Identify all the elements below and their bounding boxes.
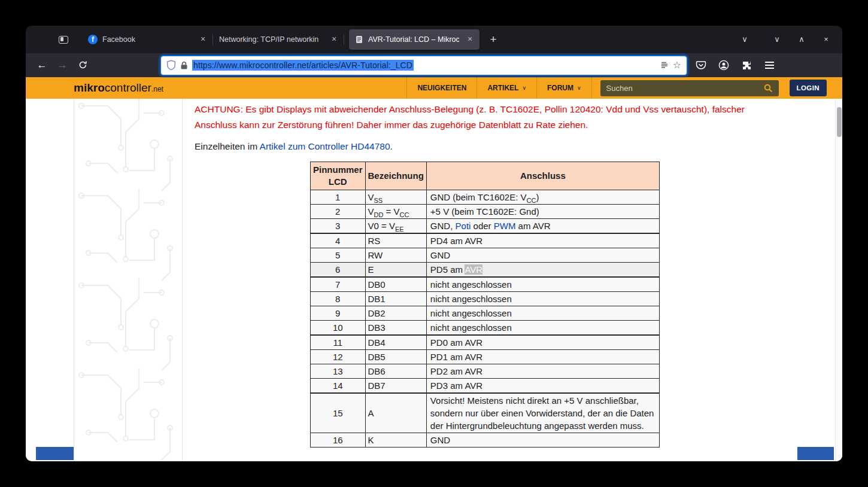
bookmark-star-icon[interactable]: ☆ (673, 60, 681, 70)
pin-number-cell: 12 (311, 350, 366, 364)
nav-artikel[interactable]: ARTIKEL ∨ (477, 77, 536, 99)
table-row: 6EPD5 am AVR (311, 263, 660, 278)
bezeichnung-cell: DB2 (365, 306, 426, 321)
table-row: 10DB3nicht angeschlossen (311, 321, 660, 336)
list-all-tabs-button[interactable]: ∨ (736, 31, 754, 48)
bezeichnung-cell: E (365, 263, 426, 278)
anschluss-cell: PD3 am AVR (426, 379, 659, 394)
close-tab-icon[interactable]: × (328, 34, 340, 45)
table-row: 14DB7PD3 am AVR (311, 379, 660, 394)
anschluss-cell: PD2 am AVR (426, 364, 659, 379)
pin-number-cell: 2 (311, 205, 366, 219)
table-row: 8DB1nicht angeschlossen (311, 292, 660, 306)
forward-button[interactable]: → (53, 56, 71, 74)
tab-facebook[interactable]: f Facebook × (82, 29, 213, 50)
facebook-icon: f (88, 35, 98, 44)
extensions-icon[interactable] (738, 57, 755, 74)
page-viewport: ACHTUNG: Es gibt Displays mit abweichend… (26, 99, 842, 461)
reload-icon (78, 60, 87, 69)
table-header-row: Pinnummer LCD Bezeichnung Anschluss (311, 162, 660, 190)
chevron-down-icon: ∨ (522, 85, 526, 91)
login-button[interactable]: LOGIN (790, 80, 827, 96)
site-header: mikrocontroller.net NEUIGKEITEN ARTIKEL … (26, 77, 842, 99)
scrollbar-thumb[interactable] (837, 107, 842, 137)
intro-text: Einzelheiten im Artikel zum Controller H… (195, 140, 785, 153)
anschluss-cell: +5 V (beim TC1602E: Gnd) (426, 205, 659, 219)
chevron-down-icon: ∨ (577, 85, 581, 91)
site-logo[interactable]: mikrocontroller.net (74, 81, 163, 95)
bezeichnung-cell: RS (365, 233, 426, 248)
table-row: 9DB2nicht angeschlossen (311, 306, 660, 321)
navigation-toolbar: ← → https://www.mikrocontroller.net/arti… (26, 53, 842, 77)
lock-icon[interactable] (180, 61, 188, 70)
pin-number-cell: 16 (311, 433, 366, 448)
reader-mode-icon[interactable] (660, 61, 669, 69)
new-tab-button[interactable]: + (484, 31, 502, 48)
anschluss-cell: nicht angeschlossen (426, 306, 659, 321)
firefox-view-button[interactable] (54, 31, 72, 48)
bezeichnung-cell: DB7 (365, 379, 426, 394)
anschluss-cell: GND (beim TC1602E: VCC) (426, 190, 659, 205)
tab-networking[interactable]: Networking: TCP/IP networkin × (213, 29, 344, 50)
table-row: 16KGND (311, 433, 660, 448)
back-button[interactable]: ← (33, 56, 51, 74)
nav-forum[interactable]: FORUM ∨ (536, 77, 592, 99)
reload-button[interactable] (74, 56, 92, 74)
pin-number-cell: 11 (311, 335, 366, 350)
circuit-pattern-sidebar (74, 99, 183, 461)
table-row: 5RWGND (311, 248, 660, 263)
window-controls: ∨ ∧ × (768, 31, 835, 48)
anschluss-cell: GND (426, 248, 659, 263)
pin-number-cell: 13 (311, 364, 366, 379)
bezeichnung-cell: RW (365, 248, 426, 263)
article-container: ACHTUNG: Es gibt Displays mit abweichend… (74, 99, 797, 461)
header-pinnummer: Pinnummer LCD (311, 162, 366, 190)
anschluss-cell: nicht angeschlossen (426, 321, 659, 336)
page-scrollbar[interactable] (835, 99, 842, 461)
pin-number-cell: 10 (311, 321, 366, 336)
inline-link[interactable]: Poti (456, 221, 471, 231)
search-button[interactable] (758, 80, 779, 96)
tab-avr-tutorial-active[interactable]: AVR-Tutorial: LCD – Mikroc × (349, 29, 479, 50)
account-icon[interactable] (715, 57, 732, 74)
url-text[interactable]: https://www.mikrocontroller.net/articles… (192, 60, 414, 71)
bezeichnung-cell: A (365, 393, 426, 433)
close-tab-icon[interactable]: × (464, 34, 476, 45)
selected-text: AVR (465, 264, 482, 275)
firefox-view-icon (59, 36, 68, 44)
nav-neuigkeiten[interactable]: NEUIGKEITEN (406, 77, 477, 99)
pin-number-cell: 15 (311, 393, 366, 433)
pin-number-cell: 7 (311, 277, 366, 292)
maximize-button[interactable]: ∧ (793, 31, 811, 48)
pin-number-cell: 3 (311, 219, 366, 234)
search-input[interactable] (600, 84, 758, 93)
circuit-pattern (74, 99, 183, 461)
inline-link[interactable]: PWM (494, 221, 516, 231)
article-body: ACHTUNG: Es gibt Displays mit abweichend… (183, 99, 797, 461)
tracking-protection-shield-icon[interactable] (166, 60, 176, 71)
anschluss-cell: PD1 am AVR (426, 350, 659, 364)
hd44780-link[interactable]: Artikel zum Controller HD44780 (260, 141, 390, 151)
bezeichnung-cell: DB4 (365, 335, 426, 350)
anschluss-cell: PD4 am AVR (426, 233, 659, 248)
table-row: 4RSPD4 am AVR (311, 233, 660, 248)
menu-icon[interactable] (761, 57, 778, 74)
bezeichnung-cell: K (365, 433, 426, 448)
search-icon (764, 84, 773, 93)
table-row: 3V0 = VEEGND, Poti oder PWM am AVR (311, 219, 660, 234)
pin-number-cell: 1 (311, 190, 366, 205)
close-window-button[interactable]: × (817, 31, 835, 48)
pin-number-cell: 4 (311, 233, 366, 248)
table-row: 15AVorsicht! Meistens nicht direkt an +5… (311, 393, 660, 433)
minimize-button[interactable]: ∨ (768, 31, 786, 48)
tab-title: Networking: TCP/IP networkin (219, 35, 323, 44)
tab-bar: f Facebook × Networking: TCP/IP networki… (26, 26, 842, 53)
pin-number-cell: 5 (311, 248, 366, 263)
close-tab-icon[interactable]: × (197, 34, 209, 45)
anschluss-cell: Vorsicht! Meistens nicht direkt an +5 V … (426, 393, 659, 433)
anschluss-cell: GND, Poti oder PWM am AVR (426, 219, 659, 234)
pin-number-cell: 14 (311, 379, 366, 394)
url-bar[interactable]: https://www.mikrocontroller.net/articles… (161, 56, 687, 75)
pocket-icon[interactable] (693, 57, 709, 74)
pin-number-cell: 8 (311, 292, 366, 306)
